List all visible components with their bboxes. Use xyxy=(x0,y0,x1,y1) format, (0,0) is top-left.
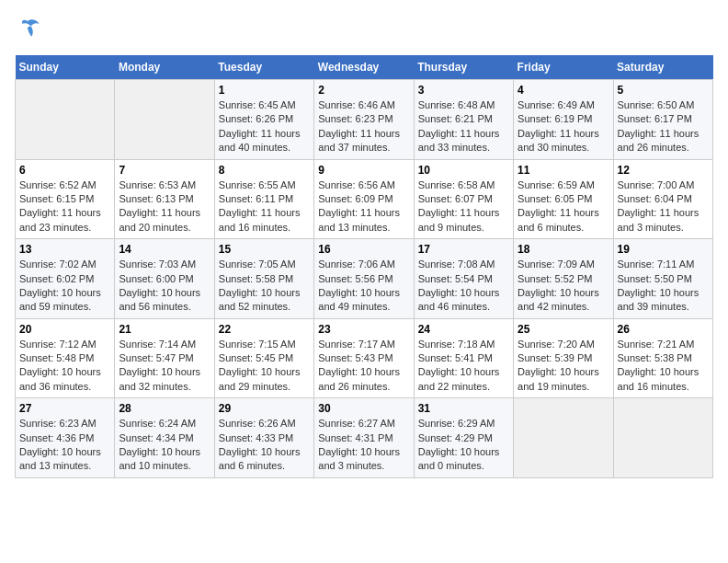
daylight: Daylight: 11 hours and 37 minutes. xyxy=(318,128,400,153)
sunrise: Sunrise: 7:03 AM xyxy=(119,259,196,270)
sunset: Sunset: 5:38 PM xyxy=(618,352,692,363)
day-number: 13 xyxy=(19,243,110,256)
daylight: Daylight: 11 hours and 26 minutes. xyxy=(618,128,700,153)
daylight: Daylight: 10 hours and 36 minutes. xyxy=(19,366,101,391)
day-number: 3 xyxy=(418,84,509,97)
calendar-cell: 25 Sunrise: 7:20 AM Sunset: 5:39 PM Dayl… xyxy=(514,318,613,398)
day-number: 9 xyxy=(318,164,409,177)
calendar-cell: 8 Sunrise: 6:55 AM Sunset: 6:11 PM Dayli… xyxy=(214,159,313,239)
calendar-cell: 19 Sunrise: 7:11 AM Sunset: 5:50 PM Dayl… xyxy=(613,239,712,319)
daylight: Daylight: 11 hours and 9 minutes. xyxy=(418,207,500,232)
day-info: Sunrise: 6:24 AM Sunset: 4:34 PM Dayligh… xyxy=(119,417,210,474)
day-info: Sunrise: 6:23 AM Sunset: 4:36 PM Dayligh… xyxy=(19,417,110,474)
sunset: Sunset: 6:09 PM xyxy=(318,193,392,204)
day-number: 2 xyxy=(318,84,409,97)
calendar-cell: 10 Sunrise: 6:58 AM Sunset: 6:07 PM Dayl… xyxy=(414,159,513,239)
weekday-header-saturday: Saturday xyxy=(613,55,712,80)
day-info: Sunrise: 7:18 AM Sunset: 5:41 PM Dayligh… xyxy=(418,338,509,395)
calendar-cell xyxy=(613,398,712,478)
sunset: Sunset: 5:56 PM xyxy=(318,273,392,284)
day-number: 19 xyxy=(618,243,709,256)
day-number: 17 xyxy=(418,243,509,256)
day-info: Sunrise: 7:03 AM Sunset: 6:00 PM Dayligh… xyxy=(119,258,210,315)
sunrise: Sunrise: 6:48 AM xyxy=(418,99,495,110)
calendar-cell: 3 Sunrise: 6:48 AM Sunset: 6:21 PM Dayli… xyxy=(414,80,513,160)
sunset: Sunset: 5:54 PM xyxy=(418,273,493,284)
day-number: 21 xyxy=(119,323,210,336)
daylight: Daylight: 11 hours and 40 minutes. xyxy=(219,128,301,153)
day-info: Sunrise: 6:45 AM Sunset: 6:26 PM Dayligh… xyxy=(219,98,310,155)
sunrise: Sunrise: 7:11 AM xyxy=(618,259,695,270)
weekday-header-wednesday: Wednesday xyxy=(314,55,414,80)
sunrise: Sunrise: 6:50 AM xyxy=(618,99,695,110)
sunset: Sunset: 6:00 PM xyxy=(119,273,193,284)
day-info: Sunrise: 6:48 AM Sunset: 6:21 PM Dayligh… xyxy=(418,98,509,155)
sunset: Sunset: 4:29 PM xyxy=(418,432,493,443)
day-number: 22 xyxy=(219,323,310,336)
sunset: Sunset: 6:02 PM xyxy=(19,273,94,284)
sunset: Sunset: 5:58 PM xyxy=(219,273,293,284)
sunset: Sunset: 5:41 PM xyxy=(418,352,493,363)
sunrise: Sunrise: 7:17 AM xyxy=(318,339,395,350)
calendar-cell: 27 Sunrise: 6:23 AM Sunset: 4:36 PM Dayl… xyxy=(16,398,115,478)
calendar-cell: 6 Sunrise: 6:52 AM Sunset: 6:15 PM Dayli… xyxy=(16,159,115,239)
calendar-cell: 30 Sunrise: 6:27 AM Sunset: 4:31 PM Dayl… xyxy=(314,398,414,478)
day-info: Sunrise: 6:49 AM Sunset: 6:19 PM Dayligh… xyxy=(518,98,609,155)
day-number: 31 xyxy=(418,402,509,415)
week-row-2: 6 Sunrise: 6:52 AM Sunset: 6:15 PM Dayli… xyxy=(16,159,713,239)
day-info: Sunrise: 7:12 AM Sunset: 5:48 PM Dayligh… xyxy=(19,338,110,395)
sunrise: Sunrise: 6:45 AM xyxy=(219,99,296,110)
sunset: Sunset: 6:13 PM xyxy=(119,193,193,204)
daylight: Daylight: 11 hours and 16 minutes. xyxy=(219,207,301,232)
calendar-cell: 24 Sunrise: 7:18 AM Sunset: 5:41 PM Dayl… xyxy=(414,318,513,398)
weekday-header-sunday: Sunday xyxy=(16,55,115,80)
sunset: Sunset: 6:21 PM xyxy=(418,113,493,124)
day-number: 12 xyxy=(618,164,709,177)
daylight: Daylight: 10 hours and 52 minutes. xyxy=(219,287,301,312)
sunrise: Sunrise: 7:05 AM xyxy=(219,259,296,270)
daylight: Daylight: 10 hours and 46 minutes. xyxy=(418,287,500,312)
day-number: 7 xyxy=(119,164,210,177)
logo xyxy=(15,15,44,44)
daylight: Daylight: 10 hours and 16 minutes. xyxy=(618,366,700,391)
calendar-cell: 29 Sunrise: 6:26 AM Sunset: 4:33 PM Dayl… xyxy=(214,398,313,478)
sunrise: Sunrise: 7:08 AM xyxy=(418,259,495,270)
calendar-cell: 9 Sunrise: 6:56 AM Sunset: 6:09 PM Dayli… xyxy=(314,159,414,239)
sunrise: Sunrise: 6:49 AM xyxy=(518,99,595,110)
calendar-cell: 7 Sunrise: 6:53 AM Sunset: 6:13 PM Dayli… xyxy=(115,159,214,239)
daylight: Daylight: 10 hours and 6 minutes. xyxy=(219,446,301,471)
day-number: 4 xyxy=(518,84,609,97)
day-number: 20 xyxy=(19,323,110,336)
sunset: Sunset: 6:15 PM xyxy=(19,193,94,204)
calendar-cell xyxy=(115,80,214,160)
day-info: Sunrise: 6:27 AM Sunset: 4:31 PM Dayligh… xyxy=(318,417,409,474)
calendar-cell: 5 Sunrise: 6:50 AM Sunset: 6:17 PM Dayli… xyxy=(613,80,712,160)
daylight: Daylight: 10 hours and 29 minutes. xyxy=(219,366,301,391)
day-number: 15 xyxy=(219,243,310,256)
sunrise: Sunrise: 7:14 AM xyxy=(119,339,196,350)
daylight: Daylight: 10 hours and 19 minutes. xyxy=(518,366,599,391)
day-info: Sunrise: 6:29 AM Sunset: 4:29 PM Dayligh… xyxy=(418,417,509,474)
daylight: Daylight: 11 hours and 3 minutes. xyxy=(618,207,700,232)
calendar-cell xyxy=(16,80,115,160)
calendar-cell: 2 Sunrise: 6:46 AM Sunset: 6:23 PM Dayli… xyxy=(314,80,414,160)
sunrise: Sunrise: 6:55 AM xyxy=(219,179,296,190)
day-number: 27 xyxy=(19,402,110,415)
sunrise: Sunrise: 6:58 AM xyxy=(418,179,495,190)
sunrise: Sunrise: 7:09 AM xyxy=(518,259,595,270)
day-info: Sunrise: 6:26 AM Sunset: 4:33 PM Dayligh… xyxy=(219,417,310,474)
day-number: 24 xyxy=(418,323,509,336)
week-row-1: 1 Sunrise: 6:45 AM Sunset: 6:26 PM Dayli… xyxy=(16,80,713,160)
sunset: Sunset: 6:19 PM xyxy=(518,113,592,124)
daylight: Daylight: 10 hours and 32 minutes. xyxy=(119,366,200,391)
sunset: Sunset: 4:36 PM xyxy=(19,432,94,443)
calendar-cell: 12 Sunrise: 7:00 AM Sunset: 6:04 PM Dayl… xyxy=(613,159,712,239)
day-info: Sunrise: 7:06 AM Sunset: 5:56 PM Dayligh… xyxy=(318,258,409,315)
day-number: 30 xyxy=(318,402,409,415)
day-number: 5 xyxy=(618,84,709,97)
weekday-header-row: SundayMondayTuesdayWednesdayThursdayFrid… xyxy=(16,55,713,80)
calendar-cell: 28 Sunrise: 6:24 AM Sunset: 4:34 PM Dayl… xyxy=(115,398,214,478)
sunrise: Sunrise: 6:24 AM xyxy=(119,418,196,429)
calendar-cell: 21 Sunrise: 7:14 AM Sunset: 5:47 PM Dayl… xyxy=(115,318,214,398)
calendar-cell: 16 Sunrise: 7:06 AM Sunset: 5:56 PM Dayl… xyxy=(314,239,414,319)
